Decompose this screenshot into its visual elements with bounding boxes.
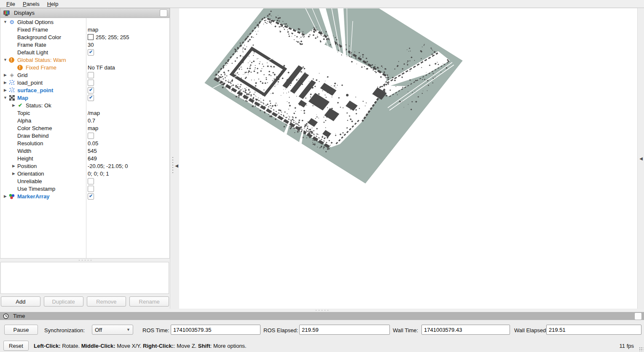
property-value[interactable]: /map — [88, 110, 100, 116]
tree-row[interactable]: !Fixed FrameNo TF data — [0, 64, 169, 71]
left-splitter[interactable]: ◀ — [170, 8, 180, 309]
horizontal-splitter[interactable] — [0, 309, 644, 312]
color-swatch[interactable] — [88, 34, 94, 40]
property-label: Grid — [17, 72, 28, 78]
tree-row[interactable]: Draw Behind — [0, 132, 169, 139]
property-value[interactable]: map — [88, 125, 98, 131]
property-value[interactable]: 649 — [88, 155, 97, 162]
checkbox-checked[interactable] — [88, 95, 94, 101]
tree-row[interactable]: Use Timestamp — [0, 185, 169, 192]
property-label: Position — [17, 163, 37, 169]
reset-button[interactable]: Reset — [3, 341, 29, 351]
tree-row[interactable]: Color Schememap — [0, 124, 169, 132]
property-value[interactable]: 545 — [88, 148, 97, 154]
property-label: Unreliable — [17, 178, 42, 184]
menu-bar: FilePanelsHelp — [0, 0, 644, 8]
property-label: Height — [17, 155, 33, 162]
expand-arrow-icon[interactable]: ▶ — [11, 164, 16, 168]
pause-button[interactable]: Pause — [4, 325, 38, 335]
tree-row[interactable]: Frame Rate30 — [0, 41, 169, 48]
tree-row[interactable]: ▼Map — [0, 94, 169, 101]
rename-button[interactable]: Rename — [129, 296, 169, 307]
synchronization-select[interactable]: Off ▼ — [92, 325, 133, 335]
tree-row[interactable]: ▶Orientation0; 0; 0; 1 — [0, 170, 169, 177]
displays-panel-float-button[interactable] — [160, 9, 167, 17]
remove-button[interactable]: Remove — [87, 296, 126, 307]
tree-row[interactable]: Default Light — [0, 48, 169, 56]
wall-elapsed-field[interactable] — [546, 325, 641, 335]
wall-time-field[interactable] — [421, 325, 510, 335]
menu-item-help[interactable]: Help — [43, 0, 62, 8]
checkbox-unchecked[interactable] — [88, 72, 94, 78]
tree-row[interactable]: Topic/map — [0, 109, 169, 117]
property-value[interactable]: 0; 0; 0; 1 — [88, 171, 109, 177]
menu-item-panels[interactable]: Panels — [19, 0, 43, 8]
ros-elapsed-field[interactable] — [299, 325, 390, 335]
tree-row[interactable]: ▶load_point — [0, 79, 169, 86]
ros-time-field[interactable] — [171, 325, 260, 335]
ros-time-label: ROS Time: — [142, 327, 169, 333]
tree-row[interactable]: ▼!Global Status: Warn — [0, 56, 169, 64]
tree-row[interactable]: ▶✔Status: Ok — [0, 101, 169, 109]
checkbox-unchecked[interactable] — [88, 133, 94, 139]
collapse-arrow-icon[interactable]: ▼ — [3, 96, 8, 100]
left-splitter-grip[interactable]: ◀ — [170, 156, 180, 175]
tree-row[interactable]: Fixed Framemap — [0, 26, 169, 33]
property-value[interactable]: -20.05; -21.05; 0 — [88, 163, 128, 169]
expand-arrow-icon[interactable]: ▶ — [3, 194, 8, 198]
property-value[interactable]: No TF data — [88, 64, 115, 71]
warning-icon: ! — [9, 57, 14, 63]
displays-splitter[interactable] — [0, 259, 170, 262]
displays-tree: ▼⚙Global OptionsFixed FramemapBackground… — [0, 18, 170, 259]
collapse-arrow-icon[interactable]: ▼ — [3, 20, 8, 24]
tree-row[interactable]: ▶Position-20.05; -21.05; 0 — [0, 162, 169, 170]
displays-panel-header[interactable]: Displays — [0, 8, 170, 18]
property-value[interactable]: 30 — [88, 42, 94, 48]
property-label: Resolution — [17, 140, 43, 147]
checkbox-unchecked[interactable] — [88, 186, 94, 192]
menu-item-file[interactable]: File — [3, 0, 19, 8]
selection-area[interactable] — [0, 262, 169, 294]
tree-row[interactable]: ▶MarkerArray — [0, 192, 169, 200]
tree-row[interactable]: Width545 — [0, 147, 169, 155]
property-value[interactable]: 0.05 — [88, 140, 98, 147]
expand-arrow-icon[interactable]: ▶ — [11, 171, 16, 176]
checkbox-checked[interactable] — [88, 49, 94, 56]
time-panel-header[interactable]: Time — [0, 312, 644, 320]
tree-row[interactable]: ▶◈Grid — [0, 71, 169, 79]
property-value[interactable]: 255; 255; 255 — [96, 34, 129, 40]
render-viewport-3d[interactable] — [179, 8, 637, 309]
checkbox-unchecked[interactable] — [88, 80, 94, 86]
right-splitter[interactable]: ◀ — [637, 8, 644, 309]
checkbox-checked[interactable] — [88, 87, 94, 93]
map-icon — [8, 95, 15, 101]
property-value[interactable]: map — [88, 27, 98, 33]
right-splitter-grip[interactable]: ◀ — [638, 156, 644, 161]
collapse-left-arrow-icon[interactable]: ◀ — [175, 163, 178, 168]
collapse-right-arrow-icon[interactable]: ◀ — [639, 156, 643, 161]
window-resize-grip[interactable] — [639, 347, 643, 351]
expand-arrow-icon[interactable]: ▶ — [11, 103, 16, 107]
tree-row[interactable]: Height649 — [0, 155, 169, 162]
tree-row[interactable]: ▶surface_point — [0, 86, 169, 94]
collapse-arrow-icon[interactable]: ▼ — [3, 58, 8, 62]
time-panel-float-button[interactable] — [634, 312, 642, 320]
tree-row[interactable]: ▼⚙Global Options — [0, 18, 169, 26]
tree-row[interactable]: Alpha0.7 — [0, 117, 169, 124]
gear-icon: ⚙ — [8, 19, 15, 25]
add-button[interactable]: Add — [1, 296, 40, 307]
synchronization-label: Synchronization: — [44, 327, 85, 333]
property-label: Map — [17, 95, 28, 101]
tree-row[interactable]: Background Color255; 255; 255 — [0, 33, 169, 41]
expand-arrow-icon[interactable]: ▶ — [3, 88, 8, 92]
expand-arrow-icon[interactable]: ▶ — [3, 80, 8, 85]
duplicate-button[interactable]: Duplicate — [44, 296, 83, 307]
property-label: Frame Rate — [17, 42, 46, 48]
checkbox-checked[interactable] — [88, 193, 94, 200]
expand-arrow-icon[interactable]: ▶ — [3, 73, 8, 77]
tree-row[interactable]: Resolution0.05 — [0, 139, 169, 147]
fps-counter: 11 fps — [620, 343, 634, 349]
tree-row[interactable]: Unreliable — [0, 177, 169, 185]
property-value[interactable]: 0.7 — [88, 117, 95, 124]
checkbox-unchecked[interactable] — [88, 178, 94, 184]
